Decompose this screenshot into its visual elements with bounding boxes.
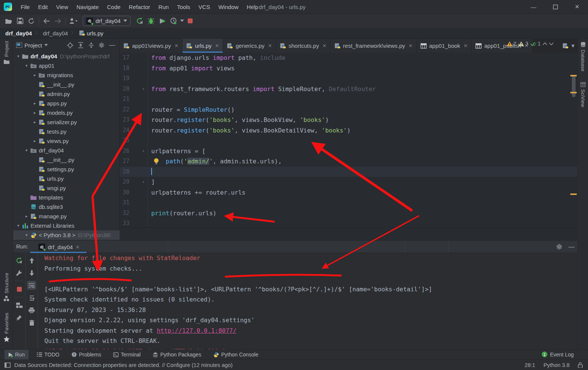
pin-tab-icon[interactable] (15, 313, 24, 322)
tree-item-views.py[interactable]: ▸views.py (13, 136, 120, 146)
tab-generics.py[interactable]: generics.py✕ (223, 39, 276, 53)
tree-item-drf_day04[interactable]: ▾drf_day04 (13, 146, 120, 155)
tool-window-button-todo[interactable]: TODO (33, 350, 63, 360)
close-tab-icon[interactable]: ✕ (409, 43, 413, 49)
tree-item-manage.py[interactable]: ▸manage.py (13, 212, 120, 221)
code-line-29[interactable]: 29▿] (120, 177, 577, 187)
clear-console-trash-icon[interactable] (27, 318, 36, 327)
tab-app01_book[interactable]: app01_book✕ (417, 39, 472, 53)
tool-window-button-favorites[interactable]: Favorites (0, 313, 13, 342)
code-line-26[interactable]: 26▿urlpatterns = [ (120, 146, 577, 157)
sync-icon[interactable] (26, 16, 37, 26)
back-icon[interactable] (41, 16, 52, 26)
code-line-17[interactable]: 17from django.urls import path, include (120, 53, 577, 63)
close-run-tab-icon[interactable]: ✕ (76, 244, 80, 250)
code-line-24[interactable]: 24router.register('books', views.BookDet… (120, 125, 577, 136)
tool-window-button-python-packages[interactable]: Python Packages (149, 350, 205, 360)
minimize-button[interactable]: — (523, 0, 544, 14)
chevron-right-icon[interactable]: ▸ (32, 120, 38, 125)
close-tab-icon[interactable]: ✕ (322, 43, 327, 49)
menu-refactor[interactable]: Refactor (125, 0, 154, 14)
tree-item-app01[interactable]: ▾app01 (13, 61, 120, 70)
code-line-31[interactable]: 31 (120, 198, 577, 208)
tree-item-db.sqlite3[interactable]: db.sqlite3 (13, 202, 120, 212)
tree-item-admin.py[interactable]: admin.py (13, 89, 120, 99)
profiler-dropdown-icon[interactable] (179, 16, 185, 26)
server-url-link[interactable]: http://127.0.0.1:8077/ (157, 327, 237, 334)
close-tab-icon[interactable]: ✕ (174, 43, 178, 49)
tree-item-__init__.py[interactable]: __init__.py (13, 155, 120, 164)
open-icon[interactable] (3, 16, 14, 26)
menu-file[interactable]: File (17, 0, 34, 14)
code-line-18[interactable]: 18from app01 import views (120, 63, 577, 74)
hidden-tabs-dropdown[interactable]: ▾ (562, 39, 577, 53)
chevron-down-icon[interactable]: ▾ (23, 148, 30, 153)
menu-edit[interactable]: Edit (34, 0, 52, 14)
fold-marker-icon[interactable]: ▿ (140, 84, 146, 94)
code-line-27[interactable]: 27 path('admin/', admin.site.urls), (120, 156, 577, 167)
breadcrumb-item[interactable]: drf_day04 (5, 30, 32, 37)
save-icon[interactable] (14, 16, 26, 26)
code-editor[interactable]: 17from django.urls import path, include1… (120, 53, 577, 230)
close-tab-icon[interactable]: ✕ (463, 43, 468, 49)
tool-window-button-project[interactable]: Project (0, 41, 13, 64)
up-stack-trace-icon[interactable] (27, 256, 36, 265)
tree-item-drf_day04[interactable]: ▾drf_day04D:\pythonProject\drf (13, 52, 120, 61)
tree-item-models.py[interactable]: ▸models.py (13, 108, 120, 117)
tree-item-__init__.py[interactable]: __init__.py (13, 80, 120, 89)
tool-window-button-sciview[interactable]: SciView (578, 82, 588, 107)
restore-layout-icon[interactable] (15, 301, 24, 310)
run-console-output[interactable]: Watching for file changes with StatReloa… (38, 253, 577, 349)
hide-run-panel-icon[interactable]: — (568, 244, 574, 250)
tool-window-button-run[interactable]: Run (5, 350, 29, 360)
run-tab[interactable]: dj drf_day04 ✕ (34, 241, 84, 253)
tree-item-urls.py[interactable]: urls.py (13, 174, 120, 183)
code-line-28[interactable]: 28 (120, 167, 577, 177)
tree-item-tests.py[interactable]: tests.py (13, 127, 120, 136)
status-message[interactable]: Data Sources Detected: Connection proper… (14, 362, 232, 368)
collapse-all-icon[interactable] (87, 41, 95, 49)
locate-file-icon[interactable] (66, 41, 74, 49)
edit-configuration-wrench-icon[interactable] (15, 268, 24, 277)
expand-all-icon[interactable] (76, 41, 85, 49)
code-line-23[interactable]: 23router.register('books', views.BookVie… (120, 115, 577, 125)
tree-item-externallibraries[interactable]: ▾External Libraries (13, 221, 120, 230)
code-line-21[interactable]: 21 (120, 94, 577, 105)
tool-window-toggle-icon[interactable] (5, 362, 11, 368)
next-warning-icon[interactable] (549, 43, 553, 45)
chevron-right-icon[interactable]: ▸ (32, 110, 38, 115)
tree-item-serializer.py[interactable]: ▸serializer.py (13, 117, 120, 127)
tree-item-apps.py[interactable]: ▸apps.py (13, 99, 120, 108)
code-line-32[interactable]: 32print(router.urls) (120, 208, 577, 219)
forward-icon[interactable] (52, 16, 64, 26)
down-stack-trace-icon[interactable] (27, 268, 36, 277)
event-log-button[interactable]: 1 Event Log (542, 349, 574, 359)
rerun-server-icon[interactable] (15, 256, 24, 265)
interpreter-label[interactable]: Python 3.8 (544, 362, 570, 368)
scroll-to-end-icon[interactable] (27, 293, 36, 302)
stop-icon[interactable] (185, 16, 196, 26)
rerun-icon[interactable] (134, 16, 146, 26)
tree-item-templates[interactable]: templates (13, 193, 120, 202)
fold-marker-icon[interactable]: ▿ (140, 177, 146, 187)
tab-shortcuts.py[interactable]: shortcuts.py✕ (276, 39, 331, 53)
tool-window-button-database[interactable]: Database (578, 42, 588, 72)
close-button[interactable]: ✕ (566, 0, 588, 14)
scrollbar-thumb[interactable] (572, 76, 576, 97)
code-line-19[interactable]: 19 (120, 73, 577, 84)
menu-navigate[interactable]: Navigate (72, 0, 103, 14)
breadcrumb-item[interactable]: urls.py (79, 30, 103, 37)
chevron-right-icon[interactable]: ▸ (32, 73, 38, 78)
hide-panel-icon[interactable]: — (108, 41, 116, 49)
run-configuration-selector[interactable]: dj drf_day04 (83, 16, 131, 26)
tree-item-python3.8[interactable]: ▾< Python 3.8 >D:\Python38\ (13, 230, 120, 240)
chevron-down-icon[interactable]: ▾ (15, 54, 21, 59)
stop-server-icon[interactable] (15, 285, 24, 294)
tool-window-button-structure[interactable]: Structure (0, 273, 13, 301)
tree-item-settings.py[interactable]: settings.py (13, 164, 120, 174)
tree-item-wsgi.py[interactable]: wsgi.py (13, 183, 120, 193)
chevron-down-icon[interactable]: ▾ (23, 233, 30, 238)
inspection-widget[interactable]: 2 3 1 (507, 41, 553, 47)
code-line-20[interactable]: 20▿from rest_framework.routers import Si… (120, 84, 577, 94)
menu-view[interactable]: View (52, 0, 72, 14)
